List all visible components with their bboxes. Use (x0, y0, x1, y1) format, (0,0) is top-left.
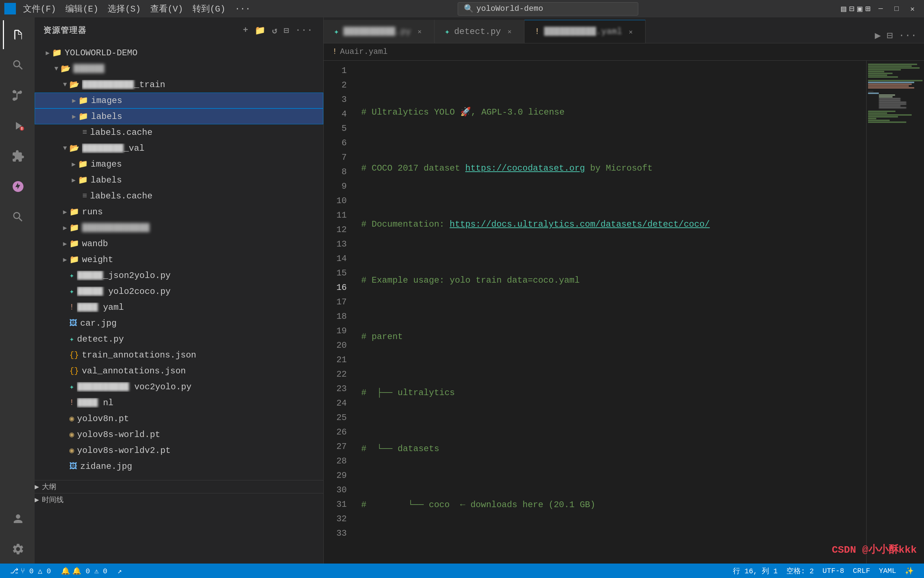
customize-icon[interactable]: ⊞ (866, 3, 871, 14)
status-eol[interactable]: CRLF (848, 563, 874, 578)
minimap (866, 61, 924, 563)
sidebar-more-icon[interactable]: ··· (294, 24, 315, 37)
collapse-icon[interactable]: ⊟ (282, 24, 291, 37)
more-actions-icon[interactable]: ··· (897, 29, 918, 43)
tab-bar: ✦ ██████████.py ✕ ✦ detect.py ✕ ! ██████… (324, 17, 924, 43)
ln-5: 5 (324, 122, 347, 136)
tree-item-blurred-root[interactable]: ▼ 📂 ██████ (35, 61, 323, 76)
mm-27 (868, 110, 895, 112)
tree-item-images[interactable]: ▶ 📁 images (35, 93, 323, 109)
no-arrow (61, 303, 70, 312)
tab2-close[interactable]: ✕ (505, 27, 514, 36)
tree-item-val[interactable]: ▼ 📂 ████████_val (35, 140, 323, 156)
timeline-header[interactable]: ▶ 时间线 (35, 494, 323, 506)
json-icon2: {} (70, 367, 79, 375)
activity-run[interactable] (3, 111, 32, 140)
menu-edit[interactable]: 编辑(E) (61, 2, 103, 16)
split-editor-icon[interactable]: ⊟ (885, 28, 894, 43)
status-line-col[interactable]: 行 16, 列 1 (728, 563, 782, 578)
tree-item-json2yolo[interactable]: ✦ █████_json2yolo.py (35, 268, 323, 283)
py-icon3: ✦ (70, 382, 74, 392)
menu-view[interactable]: 查看(V) (146, 2, 188, 16)
py-icon2: ✦ (70, 334, 74, 344)
tree-item-yolo2coco[interactable]: ✦ █████ yolo2coco.py (35, 283, 323, 299)
status-git[interactable]: ⎇ ⑂ 0 △ 0 (6, 563, 55, 578)
tree-item-val-labels[interactable]: ▶ 📁 labels (35, 172, 323, 188)
tree-item-train[interactable]: ▼ 📂 ██████████_train (35, 76, 323, 93)
remote-icon: ↗ (117, 567, 122, 575)
tab3-close[interactable]: ✕ (626, 28, 635, 36)
folder-icon: 📁 (70, 239, 79, 249)
activity-extensions[interactable] (3, 142, 32, 170)
no-arrow (61, 367, 70, 375)
panel-icon[interactable]: ▣ (857, 3, 862, 14)
folder-icon: 📁 (78, 159, 88, 169)
mm-25 (879, 107, 906, 109)
status-spaces[interactable]: 空格: 2 (782, 563, 818, 578)
tree-item-train-json[interactable]: {} train_annotations.json (35, 347, 323, 363)
run-icon[interactable]: ▶ (874, 28, 882, 43)
status-language[interactable]: YAML (874, 563, 901, 578)
tab-1[interactable]: ✦ ██████████.py ✕ (324, 20, 435, 43)
status-remote[interactable]: ↗ (113, 563, 126, 578)
menu-goto[interactable]: 转到(G) (188, 2, 230, 16)
maximize-button[interactable]: □ (889, 3, 904, 15)
global-search-box[interactable]: 🔍 yoloWorld-demo (458, 2, 638, 16)
tree-item-blurred-yaml[interactable]: ! ████ yaml (35, 299, 323, 315)
activity-find[interactable] (3, 203, 32, 231)
new-folder-icon[interactable]: 📁 (253, 24, 268, 37)
tree-item-zidane[interactable]: 🖼 zidane.jpg (35, 458, 323, 474)
new-file-icon[interactable]: + (241, 24, 250, 37)
tab1-close[interactable]: ✕ (416, 27, 424, 36)
outline-header[interactable]: ▶ 大纲 (35, 481, 323, 493)
titlebar: 文件(F) 编辑(E) 选择(S) 查看(V) 转到(G) ··· 🔍 yolo… (0, 0, 924, 17)
ln-13: 13 (324, 237, 347, 252)
tree-item-labels[interactable]: ▶ 📁 labels (35, 109, 323, 124)
activity-source-control[interactable] (3, 81, 32, 110)
status-sparkle[interactable]: ✨ (901, 563, 918, 578)
tab-detect[interactable]: ✦ detect.py ✕ (435, 20, 524, 43)
tree-item-wandb[interactable]: ▶ 📁 wandb (35, 236, 323, 252)
menu-more[interactable]: ··· (230, 3, 255, 15)
layout-icon[interactable]: ▤ (841, 3, 846, 14)
tree-item-voc2yolo[interactable]: ✦ ██████████ voc2yolo.py (35, 379, 323, 395)
ln-29: 29 (324, 468, 347, 483)
tree-item-yolov8s-world[interactable]: ◉ yolov8s-world.pt (35, 427, 323, 442)
status-errors[interactable]: 🔔 🔔 0 ⚠ 0 (57, 563, 112, 578)
no-arrow (61, 319, 70, 328)
close-button[interactable]: ✕ (905, 3, 920, 15)
tree-item-runs[interactable]: ▶ 📁 runs (35, 204, 323, 220)
tree-item-val-images[interactable]: ▶ 📁 images (35, 156, 323, 172)
code-area[interactable]: # Ultralytics YOLO 🚀, AGPL-3.0 license #… (353, 61, 866, 563)
tree-item-yolov8n[interactable]: ◉ yolov8n.pt (35, 411, 323, 427)
project-root[interactable]: ▶ 📁 YOLOWORLD-DEMO (35, 45, 323, 61)
tree-item-nl[interactable]: ! ████ nl (35, 395, 323, 411)
mm-2 (868, 65, 912, 67)
tree-item-val-json[interactable]: {} val_annotations.json (35, 363, 323, 379)
tab-yaml-active[interactable]: ! ██████████.yaml ✕ (524, 20, 646, 43)
activity-explorer[interactable] (3, 20, 32, 49)
split-icon[interactable]: ⊟ (849, 3, 854, 14)
activity-settings[interactable] (3, 535, 32, 563)
title-menu[interactable]: 文件(F) 编辑(E) 选择(S) 查看(V) 转到(G) ··· (19, 2, 255, 16)
tree-item-blurred2[interactable]: ▶ 📁 █████████████ (35, 220, 323, 236)
minimize-button[interactable]: ─ (874, 3, 888, 15)
menu-file[interactable]: 文件(F) (19, 2, 60, 16)
voc2yolo-label: ██████████ voc2yolo.py (77, 382, 191, 392)
git-branch-icon: ⎇ (10, 567, 18, 575)
ln-24: 24 (324, 396, 347, 411)
activity-search[interactable] (3, 50, 32, 80)
mm-15 (868, 89, 922, 90)
title-search-area: 🔍 yoloWorld-demo (257, 2, 838, 16)
tree-item-weight[interactable]: ▶ 📁 weight (35, 252, 323, 268)
tree-item-yolov8s-worldv2[interactable]: ◉ yolov8s-worldv2.pt (35, 442, 323, 458)
activity-accounts[interactable] (3, 504, 32, 533)
tree-item-car[interactable]: 🖼 car.jpg (35, 315, 323, 331)
tree-item-val-cache[interactable]: ≡ labels.cache (35, 188, 323, 204)
status-encoding[interactable]: UTF-8 (818, 563, 848, 578)
menu-select[interactable]: 选择(S) (103, 2, 145, 16)
refresh-icon[interactable]: ↺ (270, 24, 279, 37)
activity-copilot[interactable] (3, 172, 32, 201)
tree-item-labels-cache[interactable]: ≡ labels.cache (35, 124, 323, 140)
tree-item-detect[interactable]: ✦ detect.py (35, 331, 323, 347)
